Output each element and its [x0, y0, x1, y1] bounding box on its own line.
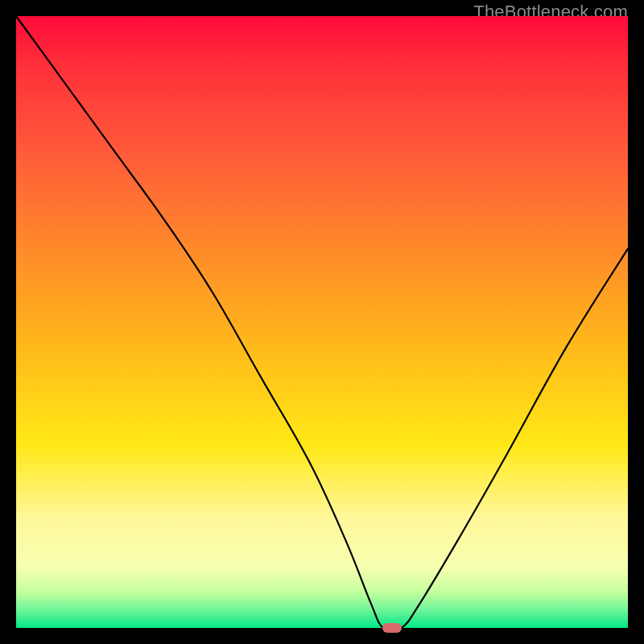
chart-frame: TheBottleneck.com: [0, 0, 644, 644]
optimal-marker: [382, 623, 402, 633]
bottleneck-curve: [16, 16, 628, 628]
plot-area: [16, 16, 628, 628]
